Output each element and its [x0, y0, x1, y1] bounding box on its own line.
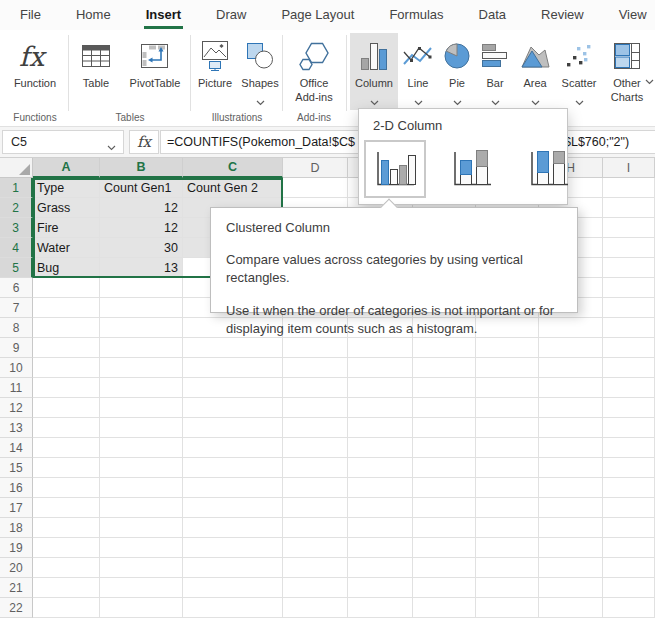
cell-b16[interactable] — [100, 478, 183, 498]
cell-f18[interactable] — [413, 518, 476, 538]
cell-a3[interactable]: Fire — [33, 218, 100, 238]
tab-view[interactable]: View — [617, 1, 649, 30]
row-header-8[interactable]: 8 — [0, 318, 33, 338]
cell-c14[interactable] — [183, 438, 283, 458]
cell-e14[interactable] — [348, 438, 413, 458]
column-header-d[interactable]: D — [283, 158, 348, 178]
cell-e15[interactable] — [348, 458, 413, 478]
cell-b17[interactable] — [100, 498, 183, 518]
cell-e11[interactable] — [348, 378, 413, 398]
cell-c12[interactable] — [183, 398, 283, 418]
cell-c17[interactable] — [183, 498, 283, 518]
cell-h10[interactable] — [539, 358, 603, 378]
cell-c20[interactable] — [183, 558, 283, 578]
cell-a7[interactable] — [33, 298, 100, 318]
cell-f16[interactable] — [413, 478, 476, 498]
cell-a22[interactable] — [33, 598, 100, 618]
cell-i12[interactable] — [603, 398, 655, 418]
cell-h12[interactable] — [539, 398, 603, 418]
other-charts-button[interactable]: Other Charts — [602, 33, 652, 105]
cell-b10[interactable] — [100, 358, 183, 378]
cell-b20[interactable] — [100, 558, 183, 578]
cell-g13[interactable] — [476, 418, 539, 438]
cell-i3[interactable] — [603, 218, 655, 238]
cell-d18[interactable] — [283, 518, 348, 538]
row-header-7[interactable]: 7 — [0, 298, 33, 318]
cell-f15[interactable] — [413, 458, 476, 478]
cell-b9[interactable] — [100, 338, 183, 358]
cell-h21[interactable] — [539, 578, 603, 598]
cell-a13[interactable] — [33, 418, 100, 438]
row-header-11[interactable]: 11 — [0, 378, 33, 398]
cell-i5[interactable] — [603, 258, 655, 278]
cell-g18[interactable] — [476, 518, 539, 538]
tab-draw[interactable]: Draw — [214, 1, 248, 30]
cell-g17[interactable] — [476, 498, 539, 518]
cell-a2[interactable]: Grass — [33, 198, 100, 218]
cell-g12[interactable] — [476, 398, 539, 418]
cell-a1[interactable]: Type — [33, 178, 100, 198]
cell-h11[interactable] — [539, 378, 603, 398]
line-chart-button[interactable]: Line — [398, 33, 438, 110]
cell-c11[interactable] — [183, 378, 283, 398]
cell-f19[interactable] — [413, 538, 476, 558]
select-all-button[interactable] — [0, 158, 33, 178]
column-header-i[interactable]: I — [603, 158, 655, 178]
cell-a19[interactable] — [33, 538, 100, 558]
cell-h13[interactable] — [539, 418, 603, 438]
row-header-21[interactable]: 21 — [0, 578, 33, 598]
row-header-5[interactable]: 5 — [0, 258, 33, 278]
cell-g9[interactable] — [476, 338, 539, 358]
cell-c13[interactable] — [183, 418, 283, 438]
cell-f12[interactable] — [413, 398, 476, 418]
cell-b18[interactable] — [100, 518, 183, 538]
cell-a9[interactable] — [33, 338, 100, 358]
row-header-9[interactable]: 9 — [0, 338, 33, 358]
column-chart-button[interactable]: Column — [350, 33, 398, 110]
picture-button[interactable]: Picture — [193, 33, 237, 89]
cell-e9[interactable] — [348, 338, 413, 358]
cell-b15[interactable] — [100, 458, 183, 478]
cell-f17[interactable] — [413, 498, 476, 518]
row-header-15[interactable]: 15 — [0, 458, 33, 478]
cell-g11[interactable] — [476, 378, 539, 398]
cell-d12[interactable] — [283, 398, 348, 418]
cell-d20[interactable] — [283, 558, 348, 578]
row-header-13[interactable]: 13 — [0, 418, 33, 438]
cell-a14[interactable] — [33, 438, 100, 458]
cell-a11[interactable] — [33, 378, 100, 398]
tab-review[interactable]: Review — [539, 1, 586, 30]
row-header-19[interactable]: 19 — [0, 538, 33, 558]
cell-i8[interactable] — [603, 318, 655, 338]
cell-d21[interactable] — [283, 578, 348, 598]
cell-f21[interactable] — [413, 578, 476, 598]
cell-b21[interactable] — [100, 578, 183, 598]
cell-i2[interactable] — [603, 198, 655, 218]
cell-f13[interactable] — [413, 418, 476, 438]
cell-g10[interactable] — [476, 358, 539, 378]
cell-a8[interactable] — [33, 318, 100, 338]
row-header-18[interactable]: 18 — [0, 518, 33, 538]
cell-i22[interactable] — [603, 598, 655, 618]
cell-a21[interactable] — [33, 578, 100, 598]
cell-i11[interactable] — [603, 378, 655, 398]
cell-i4[interactable] — [603, 238, 655, 258]
cell-g19[interactable] — [476, 538, 539, 558]
cell-b4[interactable]: 30 — [100, 238, 183, 258]
cell-d10[interactable] — [283, 358, 348, 378]
cell-i1[interactable] — [603, 178, 655, 198]
cell-a17[interactable] — [33, 498, 100, 518]
cell-a18[interactable] — [33, 518, 100, 538]
cell-b22[interactable] — [100, 598, 183, 618]
cell-f22[interactable] — [413, 598, 476, 618]
cell-b7[interactable] — [100, 298, 183, 318]
row-header-10[interactable]: 10 — [0, 358, 33, 378]
cell-b6[interactable] — [100, 278, 183, 298]
cell-i10[interactable] — [603, 358, 655, 378]
cell-i15[interactable] — [603, 458, 655, 478]
tab-insert[interactable]: Insert — [144, 1, 183, 30]
cell-d14[interactable] — [283, 438, 348, 458]
cell-b13[interactable] — [100, 418, 183, 438]
cell-h16[interactable] — [539, 478, 603, 498]
cell-b1[interactable]: Count Gen1 — [100, 178, 183, 198]
